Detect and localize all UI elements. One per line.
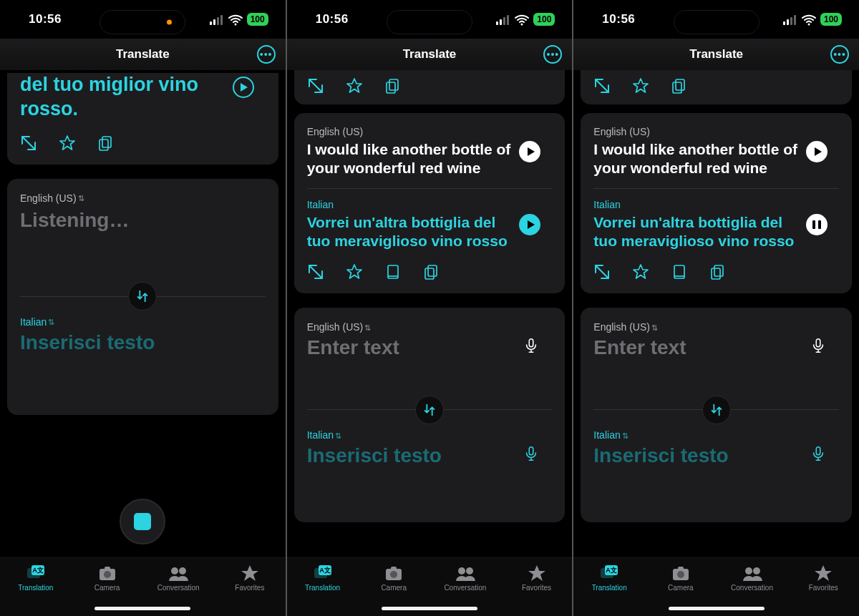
translation-card-prev[interactable] [294, 70, 566, 104]
copy-icon[interactable] [384, 77, 402, 94]
swap-languages-button[interactable] [128, 282, 157, 311]
source-placeholder[interactable]: Enter text [307, 336, 553, 359]
source-language-selector[interactable]: English (US)⇅ [20, 192, 84, 204]
mic-button[interactable] [810, 336, 826, 355]
more-button[interactable]: ••• [543, 45, 562, 64]
target-language-label: Italian [593, 429, 620, 441]
signal-icon [496, 14, 510, 25]
tab-label: Conversation [731, 584, 773, 592]
expand-icon[interactable] [593, 263, 611, 280]
battery-level: 100 [820, 13, 842, 26]
dynamic-island[interactable] [674, 10, 759, 34]
target-language-selector[interactable]: Italian⇅ [307, 429, 341, 441]
more-button[interactable]: ••• [257, 45, 276, 64]
home-indicator[interactable] [669, 607, 765, 610]
status-bar: 10:56 100 [287, 0, 573, 39]
tab-label: Translation [592, 584, 627, 592]
mic-button[interactable] [810, 444, 826, 463]
expand-icon[interactable] [20, 135, 37, 152]
tab-label: Camera [94, 584, 120, 592]
home-indicator[interactable] [382, 607, 477, 610]
translation-card[interactable]: English (US) I would like another bottle… [581, 113, 852, 293]
dictionary-icon[interactable] [384, 263, 402, 280]
tab-favorites[interactable]: Favorites [214, 564, 286, 616]
translation-source-text: I would like another bottle of your wond… [307, 140, 521, 178]
favorites-tab-icon [526, 564, 548, 582]
dynamic-island[interactable] [100, 10, 185, 34]
target-language-label: Italian [20, 316, 47, 328]
conversation-tab-icon [742, 564, 763, 582]
source-language-label: English (US) [593, 126, 807, 137]
dynamic-island[interactable] [387, 10, 472, 34]
translation-card[interactable]: del tuo miglior vino rosso. [7, 73, 278, 165]
input-card: English (US)⇅ Enter text Italian⇅ Inseri… [294, 308, 566, 522]
target-placeholder[interactable]: Inserisci testo [307, 444, 553, 467]
translation-target-text: del tuo miglior vino rosso. [20, 73, 234, 122]
copy-icon[interactable] [671, 77, 688, 94]
play-source-button[interactable] [806, 141, 828, 162]
play-target-button[interactable] [233, 77, 254, 98]
favorite-icon[interactable] [346, 77, 363, 94]
stop-recording-button[interactable] [120, 499, 165, 544]
signal-icon [210, 14, 224, 25]
source-language-selector[interactable]: English (US)⇅ [593, 321, 658, 333]
tab-translation[interactable]: Translation [287, 564, 359, 616]
translate-tab-icon [312, 564, 334, 582]
pause-target-button[interactable] [806, 214, 828, 235]
play-source-button[interactable] [519, 141, 540, 162]
favorite-icon[interactable] [59, 135, 76, 152]
copy-icon[interactable] [709, 263, 727, 280]
battery-level: 100 [247, 13, 268, 26]
tab-favorites[interactable]: Favorites [787, 564, 859, 616]
translation-card-prev[interactable] [581, 70, 852, 104]
translation-card[interactable]: English (US) I would like another bottle… [294, 113, 566, 293]
play-target-button[interactable] [519, 214, 540, 235]
swap-languages-button[interactable] [702, 396, 731, 424]
expand-icon[interactable] [307, 77, 324, 94]
card-divider [593, 188, 839, 189]
tab-favorites[interactable]: Favorites [501, 564, 573, 616]
input-card: English (US)⇅ Listening… Italian⇅ Inseri… [7, 179, 278, 415]
home-indicator[interactable] [94, 607, 190, 610]
card-actions [593, 263, 839, 280]
mic-button[interactable] [523, 444, 539, 463]
target-placeholder[interactable]: Inserisci testo [593, 444, 839, 467]
copy-icon[interactable] [97, 135, 115, 152]
swap-languages-button[interactable] [415, 396, 444, 424]
more-button[interactable]: ••• [830, 45, 849, 64]
target-language-selector[interactable]: Italian⇅ [20, 316, 54, 328]
stop-icon [134, 513, 151, 530]
favorite-icon[interactable] [632, 263, 649, 280]
tab-translation[interactable]: Translation [573, 564, 645, 616]
source-language-label: English (US) [593, 321, 650, 333]
favorites-tab-icon [812, 564, 834, 582]
tab-label: Camera [381, 584, 407, 592]
expand-icon[interactable] [593, 77, 611, 94]
status-time: 10:56 [316, 12, 349, 26]
target-placeholder[interactable]: Inserisci testo [20, 331, 266, 354]
tab-label: Favorites [522, 584, 551, 592]
battery-level: 100 [533, 13, 555, 26]
expand-icon[interactable] [307, 263, 324, 280]
favorite-icon[interactable] [632, 77, 649, 94]
dictionary-icon[interactable] [671, 263, 688, 280]
tab-label: Translation [305, 584, 340, 592]
translation-target-text: Vorrei un'altra bottiglia del tuo meravi… [593, 213, 807, 251]
wifi-icon [515, 14, 529, 26]
mic-button[interactable] [523, 336, 539, 355]
screenshot-1: 10:56 100 Translate ••• del tuo miglior … [0, 0, 286, 616]
tab-translation[interactable]: Translation [0, 564, 72, 616]
source-placeholder[interactable]: Enter text [593, 336, 839, 359]
favorite-icon[interactable] [346, 263, 363, 280]
source-language-selector[interactable]: English (US)⇅ [307, 321, 372, 333]
target-language-selector[interactable]: Italian⇅ [593, 429, 628, 441]
nav-title: Translate [116, 47, 170, 62]
tab-label: Translation [18, 584, 53, 592]
status-time: 10:56 [29, 12, 62, 26]
copy-icon[interactable] [423, 263, 440, 280]
screenshot-2: 10:56 100 Translate ••• English (US) I w… [287, 0, 573, 616]
target-language-label: Italian [307, 199, 521, 210]
conversation-tab-icon [455, 564, 476, 582]
source-language-label: English (US) [307, 126, 521, 137]
card-actions [307, 263, 553, 280]
